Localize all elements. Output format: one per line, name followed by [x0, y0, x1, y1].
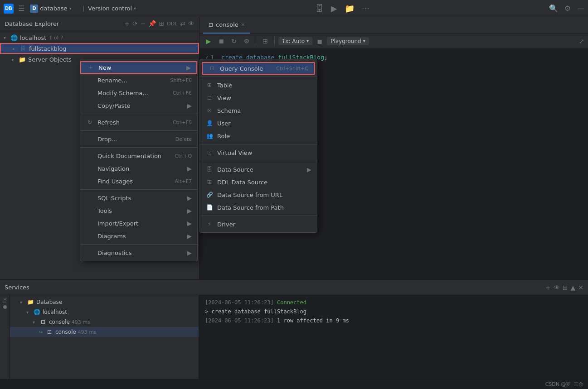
tx-indicator: [3, 305, 7, 309]
services-add-icon[interactable]: +: [545, 284, 551, 291]
submenu-virtual-view[interactable]: ⊡ Virtual View: [200, 146, 317, 159]
more-icon[interactable]: ···: [362, 4, 369, 13]
tree-item-fullstackblog[interactable]: ▸ 🗄 fullstackblog: [0, 43, 199, 54]
minimize-icon[interactable]: —: [577, 4, 584, 13]
tab-bar: ⊡ console ✕: [199, 17, 588, 34]
import-export-arrow: ▶: [187, 220, 192, 227]
submenu-schema[interactable]: ⊠ Schema: [200, 104, 317, 117]
query-console-label: Query Console: [220, 65, 276, 72]
add-datasource-icon[interactable]: +: [124, 20, 130, 27]
submenu-data-source-url[interactable]: 🔗 Data Source from URL: [200, 188, 317, 201]
submenu-table[interactable]: ⊞ Table: [200, 79, 317, 91]
run-icon[interactable]: ▶: [331, 4, 337, 13]
menu-item-sql-scripts[interactable]: SQL Scripts ▶: [80, 192, 197, 204]
diagnostics-label: Diagnostics: [97, 250, 184, 256]
ddl-label[interactable]: DDL: [167, 21, 177, 27]
menu-item-copy-paste[interactable]: Copy/Paste ▶: [80, 99, 197, 112]
db-icon-tree: 🗄: [19, 44, 27, 53]
menu-item-find-usages[interactable]: Find Usages Alt+F7: [80, 175, 197, 187]
menu-item-quick-doc[interactable]: Quick Documentation Ctrl+Q: [80, 149, 197, 162]
run-all-button[interactable]: ↻: [228, 36, 239, 47]
svc-item-localhost[interactable]: ▾ 🌐 localhost: [10, 307, 199, 317]
menu-item-import-export[interactable]: Import/Export ▶: [80, 217, 197, 230]
submenu-data-source-path[interactable]: 📄 Data Source from Path: [200, 201, 317, 214]
title-bar: DB ☰ D database ▾ | Version control ▾ 🗄 …: [0, 0, 588, 17]
svc-item-console-child[interactable]: ↪ ⊡ console 493 ms: [10, 327, 199, 337]
playground-selector[interactable]: Playground ▾: [327, 37, 369, 45]
separator-2: [80, 130, 197, 131]
view-label: View: [217, 95, 311, 101]
console-tab-close[interactable]: ✕: [241, 22, 245, 27]
eye-icon[interactable]: 👁: [188, 20, 194, 27]
services-up-icon[interactable]: ▲: [570, 284, 575, 291]
services-eye-icon[interactable]: 👁: [554, 284, 560, 291]
expand-button[interactable]: ⤢: [579, 38, 584, 45]
db-explorer-header: Database Explorer + ⟳ − 📌 ⊞ DDL ⇄ 👁: [0, 17, 199, 30]
services-expand-icon[interactable]: ⊞: [563, 284, 568, 291]
diagrams-label: Diagrams: [97, 233, 184, 240]
modify-schema-shortcut: Ctrl+F6: [173, 90, 192, 96]
tx-panel-label: Tx: [2, 298, 7, 303]
settings-icon[interactable]: ⚙: [564, 4, 571, 13]
folder-icon[interactable]: 📁: [345, 4, 355, 13]
grid-button[interactable]: ⊞: [260, 36, 271, 47]
navigation-label: Navigation: [97, 165, 184, 172]
submenu-driver[interactable]: ⚡ Driver: [200, 218, 317, 231]
menu-item-diagnostics[interactable]: Diagnostics ▶: [80, 246, 197, 259]
refresh-datasource-icon[interactable]: ⟳: [132, 20, 138, 27]
menu-item-rename[interactable]: Rename... Shift+F6: [80, 74, 197, 86]
version-control-menu[interactable]: Version control ▾: [88, 5, 136, 12]
db-dropdown-icon: ▾: [69, 6, 72, 11]
console-tab[interactable]: ⊡ console ✕: [203, 17, 250, 34]
services-log: [2024-06-05 11:26:23] Connected > create…: [199, 295, 588, 379]
console-svc-icon: ⊡: [39, 319, 47, 325]
menu-item-navigation[interactable]: Navigation ▶: [80, 162, 197, 175]
stop-button[interactable]: ⏹: [216, 36, 227, 47]
pin-icon[interactable]: 📌: [148, 20, 156, 27]
search-icon[interactable]: 🔍: [549, 4, 558, 13]
refresh-icon: ↻: [86, 119, 94, 125]
separator-1: [80, 114, 197, 114]
tree-item-localhost[interactable]: ▾ 🌐 localhost 1 of 7: [0, 32, 199, 43]
cylinder-icon[interactable]: 🗄: [316, 4, 324, 13]
driver-label: Driver: [217, 221, 311, 228]
menu-item-tools[interactable]: Tools ▶: [80, 204, 197, 217]
menu-item-refresh[interactable]: ↻ Refresh Ctrl+F5: [80, 116, 197, 129]
services-close-icon[interactable]: ✕: [578, 284, 583, 291]
submenu-data-source[interactable]: 🗄 Data Source ▶: [200, 163, 317, 176]
submenu-view[interactable]: ⊟ View: [200, 91, 317, 104]
title-right-icons: 🔍 ⚙ —: [549, 4, 584, 13]
run-button[interactable]: ▶: [203, 36, 214, 47]
rename-label: Rename...: [97, 77, 170, 84]
submenu-ddl-data-source[interactable]: ⊞ DDL Data Source: [200, 176, 317, 188]
console-child-icon: ⊡: [45, 329, 53, 335]
sub-sep-1: [200, 77, 317, 77]
table-view-icon[interactable]: ⊞: [159, 20, 164, 27]
svc-console-parent-badge: 493 ms: [72, 319, 90, 325]
console-expand-arrow: ▾: [33, 320, 39, 325]
menu-item-drop[interactable]: Drop... Delete: [80, 133, 197, 145]
menu-item-modify-schema[interactable]: Modify Schema... Ctrl+F6: [80, 86, 197, 99]
submenu-user[interactable]: 👤 User: [200, 117, 317, 130]
services-tree: ▾ 📁 Database ▾ 🌐 localhost ▾ ⊡ console 4…: [10, 295, 199, 379]
submenu-query-console[interactable]: ⊡ Query Console Ctrl+Shift+Q: [202, 62, 315, 75]
db-name-label: database: [40, 5, 67, 12]
svc-item-console-parent[interactable]: ▾ ⊡ console 493 ms: [10, 317, 199, 327]
remove-datasource-icon[interactable]: −: [141, 20, 146, 27]
submenu-role[interactable]: 👥 Role: [200, 130, 317, 142]
db-folder-icon: 📁: [26, 299, 34, 305]
settings-button[interactable]: ⚙: [241, 36, 252, 47]
menu-item-new[interactable]: + New ▶: [80, 61, 197, 74]
menu-item-diagrams[interactable]: Diagrams ▶: [80, 230, 197, 242]
hamburger-icon[interactable]: ☰: [18, 4, 24, 13]
commit-button[interactable]: ◼: [314, 36, 325, 47]
schema-label: Schema: [217, 107, 311, 114]
tx-selector[interactable]: Tx: Auto ▾: [278, 37, 312, 45]
context-menu: + New ▶ Rename... Shift+F6 Modify Schema…: [80, 59, 198, 261]
svc-item-database[interactable]: ▾ 📁 Database: [10, 297, 199, 307]
svc-database-label: Database: [36, 299, 62, 305]
virtual-view-label: Virtual View: [217, 149, 311, 156]
swap-icon[interactable]: ⇄: [180, 20, 185, 27]
database-menu[interactable]: D database ▾: [30, 5, 71, 13]
role-icon: 👥: [205, 133, 214, 139]
